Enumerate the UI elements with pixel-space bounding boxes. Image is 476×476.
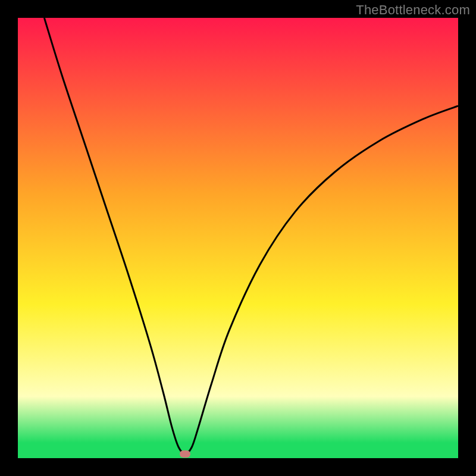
bottleneck-curve — [18, 18, 458, 458]
plot-area — [18, 18, 458, 458]
watermark-text: TheBottleneck.com — [356, 2, 470, 18]
chart-frame: TheBottleneck.com — [0, 0, 476, 476]
minimum-marker — [180, 450, 190, 458]
